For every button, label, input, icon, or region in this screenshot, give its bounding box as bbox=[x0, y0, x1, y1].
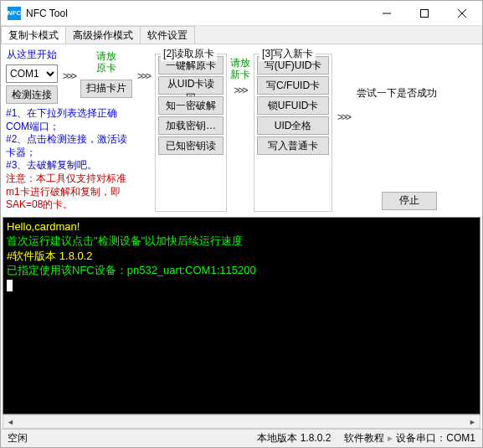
put-original-label: 请放原卡 bbox=[96, 51, 116, 75]
cursor-icon bbox=[7, 280, 13, 291]
write-normal-card-button[interactable]: 写入普通卡 bbox=[257, 136, 329, 155]
arrow-icon: >>> bbox=[136, 70, 152, 82]
status-port-value: COM1 bbox=[446, 432, 475, 444]
start-title: 从这里开始 bbox=[7, 48, 57, 62]
note-line: #1、在下拉列表选择正确COM端口； bbox=[6, 107, 135, 133]
start-section: 从这里开始 COM1 检测连接 >>> 请放原卡 扫描卡片 >>> #1、在下拉… bbox=[6, 48, 152, 212]
note-line: #2、点击检测连接，激活读卡器； bbox=[6, 133, 135, 159]
read-group-title: [2]读取原卡 bbox=[161, 47, 217, 61]
console-line: Hello,cardman! bbox=[7, 219, 476, 234]
write-cfuid-button[interactable]: 写C/FUID卡 bbox=[257, 76, 329, 95]
instructions: #1、在下拉列表选择正确COM端口； #2、点击检测连接，激活读卡器； #3、去… bbox=[6, 107, 135, 212]
console-output: Hello,cardman! 首次运行建议点击"检测设备"以加快后续运行速度 #… bbox=[3, 217, 480, 415]
maximize-button[interactable] bbox=[405, 1, 443, 26]
separator-icon: ▸ bbox=[388, 432, 393, 444]
app-icon: NFC bbox=[8, 7, 21, 20]
write-group-title: [3]写入新卡 bbox=[259, 47, 316, 61]
tab-bar: 复制卡模式 高级操作模式 软件设置 bbox=[1, 26, 482, 44]
uid-full-format-button[interactable]: UID全格 bbox=[257, 116, 329, 135]
status-tutorial-link[interactable]: 软件教程 bbox=[344, 432, 384, 444]
main-panel: 从这里开始 COM1 检测连接 >>> 请放原卡 扫描卡片 >>> #1、在下拉… bbox=[1, 44, 482, 217]
minimize-button[interactable] bbox=[367, 1, 405, 26]
console-line: #软件版本 1.8.0.2 bbox=[7, 249, 476, 264]
status-version: 本地版本 1.8.0.2 bbox=[257, 431, 331, 445]
note-line: #3、去破解复制吧。 bbox=[6, 159, 135, 173]
scroll-right-icon[interactable]: ► bbox=[465, 415, 480, 428]
arrow-icon: >>> bbox=[61, 70, 77, 82]
arrow-icon: >>> bbox=[336, 111, 352, 123]
detect-connection-button[interactable]: 检测连接 bbox=[6, 85, 58, 104]
com-port-select[interactable]: COM1 bbox=[6, 64, 58, 83]
load-key-button[interactable]: 加载密钥… bbox=[158, 116, 224, 135]
tab-settings[interactable]: 软件设置 bbox=[140, 26, 195, 44]
known-key-read-button[interactable]: 已知密钥读 bbox=[158, 136, 224, 155]
start-col: 从这里开始 COM1 检测连接 bbox=[6, 48, 58, 104]
tab-advanced-mode[interactable]: 高级操作模式 bbox=[65, 26, 141, 44]
read-from-uid-button[interactable]: 从UID卡读回 bbox=[158, 76, 224, 95]
window-title: NFC Tool bbox=[26, 8, 367, 19]
tab-copy-mode[interactable]: 复制卡模式 bbox=[1, 26, 66, 44]
console-line: 首次运行建议点击"检测设备"以加快后续运行速度 bbox=[7, 234, 476, 249]
try-it-label: 尝试一下是否成功 bbox=[357, 86, 437, 100]
put-new-label: 请放新卡 bbox=[230, 58, 250, 81]
status-port-label: 设备串口： bbox=[396, 432, 446, 444]
lock-ufuid-button[interactable]: 锁UFUID卡 bbox=[257, 96, 329, 115]
horizontal-scrollbar[interactable]: ◄ ► bbox=[3, 415, 480, 429]
status-idle: 空闲 bbox=[8, 431, 244, 445]
svg-rect-1 bbox=[420, 9, 428, 17]
scroll-left-icon[interactable]: ◄ bbox=[3, 415, 18, 428]
title-bar: NFC NFC Tool bbox=[1, 1, 482, 26]
stop-button[interactable]: 停止 bbox=[382, 192, 437, 210]
console-line: 已指定使用该NFC设备：pn532_uart:COM1:115200 bbox=[7, 263, 476, 278]
read-card-group: [2]读取原卡 一键解原卡 从UID卡读回 知一密破解 加载密钥… 已知密钥读 bbox=[155, 54, 227, 212]
scan-card-button[interactable]: 扫描卡片 bbox=[80, 80, 132, 98]
scan-col: 请放原卡 扫描卡片 bbox=[80, 48, 132, 98]
known-one-key-crack-button[interactable]: 知一密破解 bbox=[158, 96, 224, 115]
arrow-icon: >>> bbox=[233, 85, 249, 96]
write-card-group: [3]写入新卡 写(UF)UID卡 写C/FUID卡 锁UFUID卡 UID全格… bbox=[254, 54, 332, 212]
status-bar: 空闲 本地版本 1.8.0.2 软件教程▸设备串口：COM1 bbox=[1, 429, 482, 447]
close-button[interactable] bbox=[443, 1, 480, 26]
right-column: 尝试一下是否成功 停止 bbox=[355, 48, 439, 212]
note-warning: 注意：本工具仅支持对标准m1卡进行破解和复制，即SAK=08的卡。 bbox=[6, 173, 135, 212]
